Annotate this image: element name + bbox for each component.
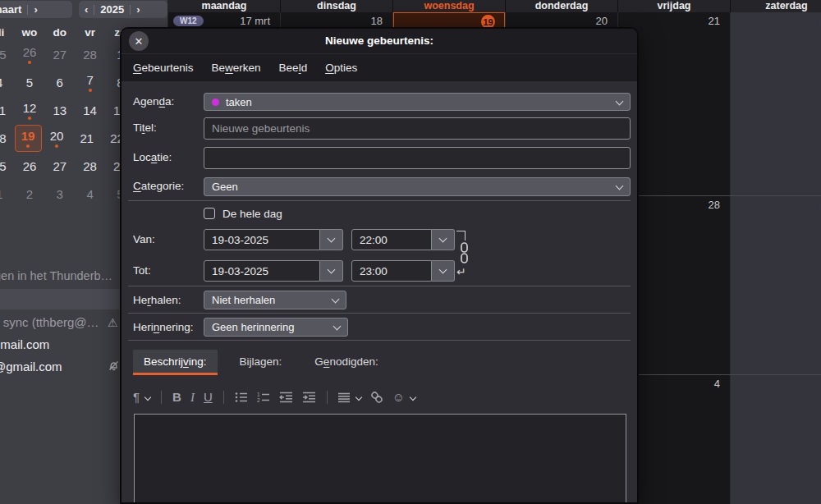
- cell-date: 18: [371, 15, 383, 27]
- allday-checkbox[interactable]: [204, 208, 215, 219]
- italic-button[interactable]: I: [190, 391, 195, 404]
- minical-day[interactable]: 6: [44, 69, 75, 97]
- underline-button[interactable]: U: [204, 391, 213, 404]
- indent-button[interactable]: [302, 392, 316, 403]
- separator: [128, 200, 631, 201]
- minical-day[interactable]: 21: [71, 125, 102, 153]
- herinnering-label: Herinnering:: [133, 321, 194, 333]
- year-nav[interactable]: ‹ 2025 ›: [79, 1, 167, 18]
- next-month-button[interactable]: ›: [34, 3, 37, 16]
- tab-accel: v: [183, 355, 189, 368]
- label-text: ategorie:: [141, 180, 185, 192]
- locatie-input[interactable]: [204, 147, 631, 169]
- chevron-down-icon[interactable]: [144, 394, 151, 401]
- tab-beschrijving[interactable]: Beschrijving:: [133, 350, 218, 375]
- van-date-value[interactable]: 19-03-2025: [204, 229, 320, 250]
- dialog-titlebar[interactable]: ✕ Nieuwe gebeurtenis:: [122, 29, 637, 53]
- minical-day[interactable]: 28: [75, 153, 105, 181]
- minical-day[interactable]: 2: [15, 181, 45, 208]
- categorie-select[interactable]: Geen: [204, 177, 631, 196]
- minical-day[interactable]: 1: [0, 181, 15, 208]
- label-accel: C: [133, 180, 141, 192]
- day-number: 13: [53, 104, 67, 117]
- tab-bijlagen[interactable]: Bijlagen:: [229, 350, 293, 375]
- minical-day[interactable]: 3: [44, 181, 75, 208]
- calendar-day-cell[interactable]: 5: [731, 375, 821, 504]
- chevron-down-icon[interactable]: [355, 394, 362, 401]
- minical-day[interactable]: 7: [75, 69, 105, 97]
- day-number: 25: [0, 160, 7, 173]
- minical-day[interactable]: 4: [0, 69, 15, 97]
- van-time-value[interactable]: 22:00: [351, 229, 432, 250]
- menu-opties[interactable]: Opties: [325, 62, 357, 74]
- titel-input[interactable]: [204, 117, 631, 140]
- next-year-button[interactable]: ›: [136, 3, 140, 16]
- minical-day[interactable]: 12: [15, 97, 45, 125]
- tot-date-value[interactable]: 19-03-2025: [204, 260, 320, 282]
- bold-button[interactable]: B: [172, 391, 181, 404]
- bullet-list-button[interactable]: [235, 392, 248, 403]
- tot-date-picker[interactable]: 19-03-2025: [204, 260, 343, 282]
- day-number: 5: [26, 76, 33, 89]
- minical-day-selected[interactable]: 19: [15, 125, 42, 152]
- tot-time-value[interactable]: 23:00: [351, 260, 432, 282]
- menu-bewerken[interactable]: Bewerken: [212, 62, 261, 74]
- minical-day[interactable]: 26: [15, 41, 45, 69]
- herhalen-value: Niet herhalen: [212, 294, 275, 306]
- align-button[interactable]: [338, 392, 351, 403]
- menu-text: Be: [212, 62, 226, 74]
- toolbar-divider: [327, 391, 328, 404]
- minical-day[interactable]: 13: [44, 97, 75, 125]
- categorie-label: Categorie:: [133, 180, 184, 192]
- insert-link-button[interactable]: [370, 391, 383, 404]
- van-date-picker[interactable]: 19-03-2025: [204, 229, 343, 250]
- minical-day[interactable]: 27: [44, 41, 75, 69]
- weekday-header-row: maandag dinsdag woensdag donderdag vrijd…: [168, 0, 821, 12]
- van-time-dropdown-button[interactable]: [432, 229, 455, 250]
- tot-date-dropdown-button[interactable]: [320, 260, 343, 282]
- description-editor[interactable]: [134, 414, 626, 504]
- agenda-select[interactable]: taken: [204, 93, 631, 111]
- minical-day[interactable]: 25: [0, 41, 15, 69]
- agenda-label: Agenda:: [133, 95, 174, 108]
- paragraph-format-button[interactable]: ¶: [133, 391, 140, 404]
- minical-day[interactable]: 27: [44, 153, 75, 181]
- weekday-header: vrijdag: [618, 0, 731, 12]
- minical-day[interactable]: 18: [0, 125, 15, 153]
- label-text: He: [133, 294, 147, 306]
- herhalen-select[interactable]: Niet herhalen: [204, 291, 346, 309]
- menu-beeld[interactable]: Beeld: [279, 62, 308, 74]
- chevron-down-icon[interactable]: [410, 394, 416, 401]
- minical-day[interactable]: 20: [42, 125, 72, 153]
- minical-day[interactable]: 26: [15, 153, 45, 181]
- minical-day[interactable]: 28: [75, 41, 105, 69]
- tot-time-picker[interactable]: 23:00: [351, 260, 455, 282]
- divider: [94, 5, 94, 15]
- minical-day[interactable]: 25: [0, 153, 15, 181]
- label-text: halen:: [151, 294, 181, 306]
- van-time-picker[interactable]: 22:00: [351, 229, 455, 250]
- return-arrow-icon: ↵: [456, 265, 466, 278]
- detail-tabs: Beschrijving: Bijlagen: Genodigden:: [133, 350, 389, 375]
- prev-year-button[interactable]: ‹: [85, 3, 88, 16]
- smiley-button[interactable]: ☺: [392, 391, 405, 404]
- minical-day[interactable]: 5: [15, 69, 45, 97]
- calendar-day-cell[interactable]: 22: [731, 12, 821, 195]
- minical-day[interactable]: 14: [75, 97, 105, 125]
- day-number: 21: [80, 132, 94, 145]
- tab-text: Beschrij: [144, 355, 183, 368]
- month-nav[interactable]: maart ›: [0, 1, 72, 18]
- menu-gebeurtenis[interactable]: Gebeurtenis: [133, 62, 194, 74]
- tab-genodigden[interactable]: Genodigden:: [304, 350, 388, 375]
- van-date-dropdown-button[interactable]: [320, 229, 343, 250]
- month-label: maart: [0, 3, 21, 16]
- numbered-list-button[interactable]: 1 2: [257, 392, 270, 403]
- tot-time-dropdown-button[interactable]: [432, 260, 455, 282]
- week-number-badge[interactable]: W12: [173, 16, 204, 26]
- minical-day[interactable]: 4: [75, 181, 105, 208]
- duration-link-widget[interactable]: ↵: [455, 231, 475, 282]
- outdent-button[interactable]: [279, 392, 293, 403]
- minical-day[interactable]: 11: [0, 97, 15, 125]
- calendar-day-cell[interactable]: 29: [731, 196, 821, 374]
- herinnering-select[interactable]: Geen herinnering: [204, 318, 348, 337]
